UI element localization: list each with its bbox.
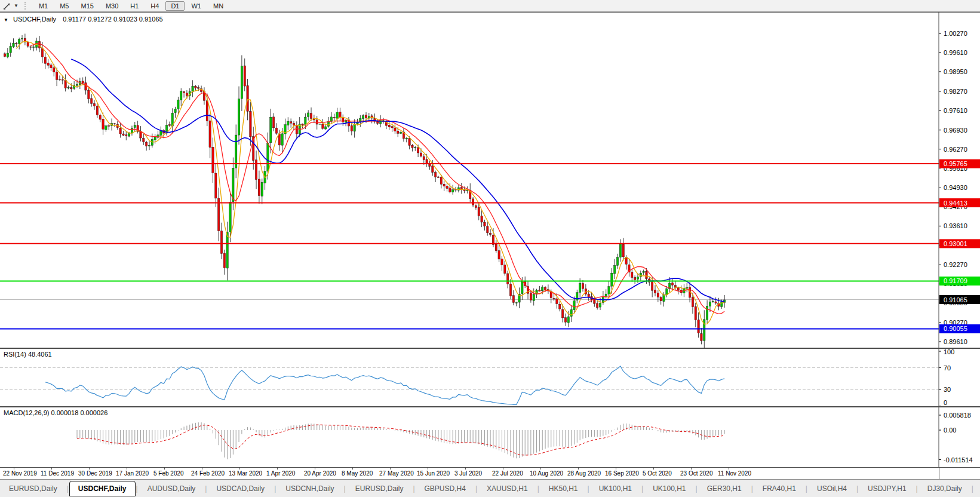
- chart-tab-xauusd-h1[interactable]: XAUUSD,H1: [478, 481, 537, 496]
- macd-chart[interactable]: 0.0058180.00-0.011514: [0, 407, 980, 467]
- timeframe-button-m15[interactable]: M15: [75, 1, 99, 11]
- rsi-chart[interactable]: 10070300: [0, 349, 980, 406]
- date-label: 3 Jul 2020: [454, 470, 482, 477]
- price-tick-label: 1.00270: [944, 30, 967, 37]
- collapse-chart-icon[interactable]: ▼: [4, 17, 8, 23]
- date-label: 22 Nov 2019: [3, 470, 37, 477]
- timeframe-button-h4[interactable]: H4: [145, 1, 164, 11]
- time-axis-tick: [315, 468, 315, 470]
- date-label: 24 Feb 2020: [191, 470, 225, 477]
- svg-text:0.94413: 0.94413: [944, 200, 967, 207]
- ma-5-line: [16, 41, 724, 324]
- chart-tab-ger30-h1[interactable]: GER30,H1: [698, 481, 751, 496]
- chart-tab-usdcad-daily[interactable]: USDCAD,Daily: [207, 481, 274, 496]
- chart-tab-uk100-h1[interactable]: UK100,H1: [590, 481, 641, 496]
- date-label: 23 Oct 2020: [680, 470, 712, 477]
- chart-tab-usdchf-daily[interactable]: USDCHF,Daily: [69, 481, 136, 496]
- date-label: 28 Aug 2020: [567, 470, 601, 477]
- chart-tab-hk50-h1[interactable]: HK50,H1: [540, 481, 587, 496]
- price-tick-label: 0.96270: [944, 146, 967, 153]
- time-axis[interactable]: 22 Nov 201911 Dec 201930 Dec 201917 Jan …: [0, 468, 980, 479]
- timeframe-button-w1[interactable]: W1: [186, 1, 207, 11]
- price-tick-label: 0.93610: [944, 222, 967, 229]
- timeframe-button-m1[interactable]: M1: [33, 1, 53, 11]
- rsi-tick-label: 30: [944, 386, 951, 393]
- date-label: 17 Jan 2020: [116, 470, 149, 477]
- price-tick-label: 0.99610: [944, 49, 967, 56]
- chart-tab-eurusd-daily[interactable]: EURUSD,Daily: [0, 481, 66, 496]
- svg-text:0.91065: 0.91065: [944, 296, 967, 303]
- macd-panel[interactable]: MACD(12,26,9) 0.000018 0.000026 0.005818…: [0, 407, 980, 468]
- rsi-panel[interactable]: RSI(14) 48.4061 10070300: [0, 348, 980, 407]
- date-label: 30 Dec 2019: [78, 470, 112, 477]
- chart-title: ▼ USDCHF,Daily 0.91177 0.91272 0.91023 0…: [4, 16, 163, 23]
- time-axis-tick: [390, 468, 391, 470]
- chart-symbol-label: USDCHF,Daily: [13, 16, 56, 23]
- chart-tab-china300-h1[interactable]: CHINA300,H1: [974, 481, 980, 496]
- time-axis-tick: [14, 468, 14, 470]
- date-label: 5 Oct 2020: [643, 470, 672, 477]
- chart-tab-usoil-h4[interactable]: USOil,H4: [808, 481, 856, 496]
- timeframe-button-d1[interactable]: D1: [165, 1, 185, 11]
- price-tick-label: 0.89610: [944, 338, 967, 345]
- svg-text:0.91709: 0.91709: [944, 277, 967, 284]
- date-label: 10 Aug 2020: [530, 470, 563, 477]
- chart-ohlc-values: 0.91177 0.91272 0.91023 0.91065: [63, 16, 162, 23]
- rsi-line: [45, 366, 724, 404]
- date-label: 1 Apr 2020: [266, 470, 295, 477]
- cursor-tool-icon[interactable]: [2, 1, 13, 11]
- time-axis-tick: [51, 468, 52, 470]
- ma-10-line: [31, 44, 725, 314]
- time-axis-tick: [465, 468, 466, 470]
- price-tick-label: 0.92270: [944, 261, 967, 268]
- time-axis-tick: [428, 468, 428, 470]
- chart-tab-usdjpy-h1[interactable]: USDJPY,H1: [859, 481, 915, 496]
- chart-tab-fra40-h1[interactable]: FRA40,H1: [754, 481, 805, 496]
- time-axis-tick: [239, 468, 240, 470]
- toolbar-grip[interactable]: [24, 2, 28, 10]
- timeframe-button-m30[interactable]: M30: [100, 1, 124, 11]
- svg-text:0.95765: 0.95765: [944, 160, 967, 167]
- chart-tab-bar: EURUSD,Daily|USDCHF,Daily|AUDUSD,Daily|U…: [0, 479, 980, 497]
- time-axis-tick: [127, 468, 127, 470]
- timeframe-button-m5[interactable]: M5: [54, 1, 74, 11]
- price-tick-label: 0.94930: [944, 184, 967, 191]
- time-axis-tick: [352, 468, 353, 470]
- date-label: 11 Nov 2020: [718, 470, 751, 477]
- tool-dropdown-caret-icon[interactable]: ▼: [14, 3, 19, 8]
- macd-tick-label: -0.011514: [944, 456, 973, 464]
- date-label: 20 Apr 2020: [304, 470, 336, 477]
- timeframe-button-mn[interactable]: MN: [208, 1, 229, 11]
- macd-tick-label: 0.005818: [944, 412, 971, 419]
- rsi-tick-label: 0: [944, 399, 947, 406]
- time-axis-tick: [540, 468, 541, 470]
- macd-indicator-label: MACD(12,26,9) 0.000018 0.000026: [4, 409, 107, 416]
- svg-text:0.90055: 0.90055: [944, 325, 967, 332]
- timeframe-button-group: M1M5M15M30H1H4D1W1MN: [33, 1, 229, 11]
- chart-tab-audusd-daily[interactable]: AUDUSD,Daily: [139, 481, 205, 496]
- price-tick-label: 0.98950: [944, 68, 967, 75]
- macd-signal-line: [77, 425, 724, 455]
- macd-tick-label: 0.00: [944, 427, 956, 434]
- chart-tab-dj30-daily[interactable]: DJ30,Daily: [918, 481, 971, 496]
- ma-24-line: [71, 59, 724, 302]
- chart-tab-gbpusd-h4[interactable]: GBPUSD,H4: [416, 481, 475, 496]
- date-label: 8 May 2020: [342, 470, 373, 477]
- rsi-indicator-label: RSI(14) 48.4061: [4, 351, 52, 358]
- date-label: 15 Jun 2020: [417, 470, 450, 477]
- price-chart-panel[interactable]: ▼ USDCHF,Daily 0.91177 0.91272 0.91023 0…: [0, 12, 980, 348]
- price-tick-label: 0.97610: [944, 107, 967, 114]
- rsi-tick-label: 70: [944, 364, 951, 372]
- date-label: 13 Mar 2020: [229, 470, 262, 477]
- chart-tab-uk100-h1[interactable]: UK100,H1: [644, 481, 695, 496]
- chart-tab-eurusd-daily[interactable]: EURUSD,Daily: [346, 481, 413, 496]
- date-label: 22 Jul 2020: [492, 470, 523, 477]
- candlestick-chart[interactable]: 1.002700.996100.989500.982700.976100.969…: [0, 13, 980, 348]
- time-axis-tick: [653, 468, 654, 470]
- date-label: 5 Feb 2020: [153, 470, 184, 477]
- chart-tab-usdcnh-daily[interactable]: USDCNH,Daily: [277, 481, 343, 496]
- price-tick-label: 0.98270: [944, 88, 967, 95]
- time-axis-tick: [89, 468, 90, 470]
- rsi-tick-label: 100: [944, 349, 954, 355]
- timeframe-button-h1[interactable]: H1: [125, 1, 144, 11]
